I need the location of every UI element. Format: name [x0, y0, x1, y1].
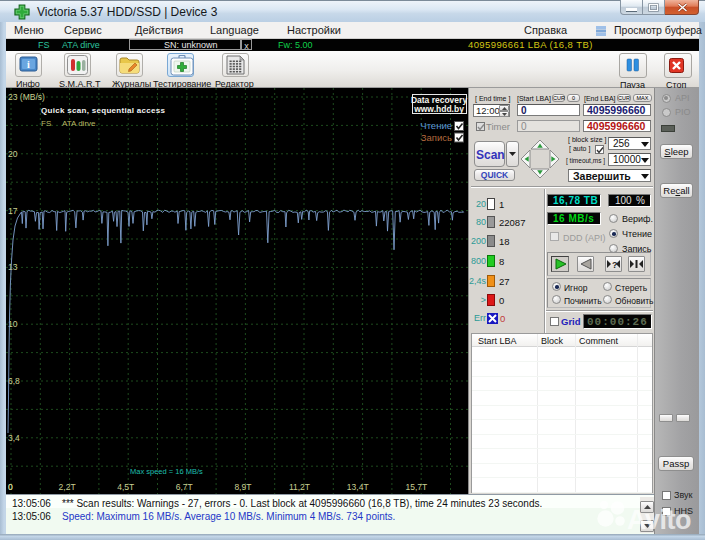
svg-text:0: 0 — [8, 482, 13, 492]
svg-text:Чтение: Чтение — [420, 120, 452, 131]
svg-text:8,9T: 8,9T — [234, 482, 251, 492]
svg-text:23 (MB/s): 23 (MB/s) — [8, 92, 45, 102]
svg-text:2,2T: 2,2T — [59, 482, 76, 492]
svg-text:11,2T: 11,2T — [289, 482, 310, 492]
svg-text:Avito: Avito — [627, 505, 691, 535]
svg-text:4,5T: 4,5T — [117, 482, 134, 492]
svg-text:i: i — [27, 59, 30, 70]
svg-text:3,4: 3,4 — [8, 433, 20, 443]
svg-text:6,8: 6,8 — [8, 376, 20, 386]
svg-text:Quick scan, sequential access: Quick scan, sequential access — [41, 106, 166, 115]
svg-text:Запись: Запись — [421, 132, 452, 143]
svg-text:15,7T: 15,7T — [405, 482, 427, 492]
svg-text:6,7T: 6,7T — [176, 482, 193, 492]
svg-text:www.hdd.by: www.hdd.by — [413, 104, 464, 114]
svg-text:ATA dirve: ATA dirve — [62, 119, 96, 128]
svg-text:13,4T: 13,4T — [347, 482, 369, 492]
svg-text:Max speed = 16 MB/s: Max speed = 16 MB/s — [130, 467, 203, 476]
svg-text:20: 20 — [8, 149, 18, 159]
svg-text:FS: FS — [41, 119, 51, 128]
svg-text:?: ? — [612, 260, 618, 270]
svg-text:17: 17 — [8, 206, 18, 216]
svg-text:13: 13 — [8, 262, 18, 272]
